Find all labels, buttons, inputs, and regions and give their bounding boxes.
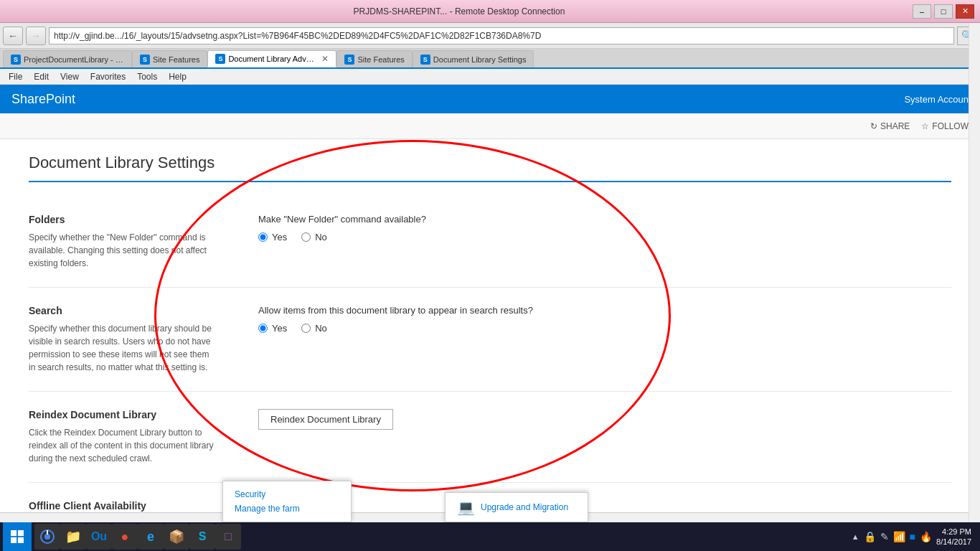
tabs-bar: S ProjectDocumentLibrary - Co... S Site … bbox=[0, 49, 980, 69]
share-button[interactable]: ↻ SHARE bbox=[870, 121, 910, 131]
follow-label: FOLLOW bbox=[932, 121, 969, 131]
reindex-description: Click the Reindex Document Library butto… bbox=[29, 426, 215, 465]
tab-label-5: Document Library Settings bbox=[433, 55, 527, 64]
folders-radio-group: Yes No bbox=[258, 232, 951, 242]
folders-label-col: Folders Specify whether the "New Folder"… bbox=[29, 214, 230, 270]
sharepoint-logo[interactable]: SharePoint bbox=[11, 92, 75, 107]
window-title: PRJDMS-SHAREPINT... - Remote Desktop Con… bbox=[6, 6, 913, 17]
tab-label-1: ProjectDocumentLibrary - Co... bbox=[24, 55, 124, 64]
taskbar-time: 4:29 PM bbox=[936, 527, 971, 537]
tab-icon-2: S bbox=[140, 55, 150, 65]
tab-5[interactable]: S Document Library Settings bbox=[413, 50, 534, 67]
share-label: SHARE bbox=[880, 121, 910, 131]
tab-4[interactable]: S Site Features bbox=[336, 50, 412, 67]
svg-rect-1 bbox=[18, 530, 24, 536]
taskbar-right: ▲ 🔒 ✎ 📶 ■ 🔥 4:29 PM 8/14/2017 bbox=[852, 527, 977, 547]
start-button[interactable] bbox=[3, 522, 32, 551]
follow-icon: ☆ bbox=[921, 121, 929, 131]
reindex-heading: Reindex Document Library bbox=[29, 409, 215, 420]
search-no-label: No bbox=[315, 323, 327, 334]
reindex-control-col: Reindex Document Library bbox=[230, 409, 951, 465]
folders-question: Make "New Folder" command available? bbox=[258, 214, 951, 225]
minimize-button[interactable]: – bbox=[913, 4, 931, 19]
tab-icon-5: S bbox=[420, 55, 430, 65]
search-no-option[interactable]: No bbox=[301, 323, 327, 334]
taskbar-search-icon[interactable]: ● bbox=[112, 524, 138, 550]
svg-rect-0 bbox=[11, 530, 17, 536]
taskbar-ie-icon[interactable]: e bbox=[138, 524, 164, 550]
svg-rect-3 bbox=[18, 537, 24, 543]
taskbar-explorer-icon[interactable]: 📁 bbox=[60, 524, 86, 550]
search-yes-label: Yes bbox=[272, 323, 287, 334]
reindex-section: Reindex Document Library Click the Reind… bbox=[29, 392, 951, 483]
search-control-col: Allow items from this document library t… bbox=[230, 305, 951, 374]
popup-item-upgrade[interactable]: Upgrade and Migration bbox=[481, 502, 568, 512]
taskbar-clock: 4:29 PM 8/14/2017 bbox=[936, 527, 971, 547]
folders-section: Folders Specify whether the "New Folder"… bbox=[29, 197, 951, 288]
user-account[interactable]: System Accoun bbox=[904, 94, 969, 105]
taskbar-skype-icon[interactable]: S bbox=[189, 524, 215, 550]
tab-icon-3: S bbox=[215, 54, 225, 64]
folders-yes-label: Yes bbox=[272, 232, 287, 242]
svg-rect-2 bbox=[11, 537, 17, 543]
search-yes-radio[interactable] bbox=[258, 324, 268, 333]
search-label-col: Search Specify whether this document lib… bbox=[29, 305, 230, 374]
tab-label-3: Document Library Advance... bbox=[228, 55, 316, 63]
main-content: Document Library Settings Folders Specif… bbox=[0, 139, 980, 522]
window-controls: – □ ✕ bbox=[913, 4, 974, 19]
reindex-button[interactable]: Reindex Document Library bbox=[258, 409, 393, 430]
menu-bar: File Edit View Favorites Tools Help bbox=[0, 69, 980, 85]
menu-view[interactable]: View bbox=[55, 70, 85, 83]
sharepoint-header: SharePoint System Accoun bbox=[0, 85, 980, 113]
menu-help[interactable]: Help bbox=[163, 70, 192, 83]
address-bar-area: ← → 🔍 bbox=[0, 23, 980, 49]
tab-2[interactable]: S Site Features bbox=[132, 50, 207, 67]
search-no-radio[interactable] bbox=[301, 324, 311, 333]
address-input[interactable] bbox=[49, 27, 954, 44]
folders-no-option[interactable]: No bbox=[301, 232, 327, 242]
taskbar-vm-icon[interactable]: □ bbox=[215, 524, 241, 550]
scrollbar[interactable] bbox=[969, 23, 980, 522]
search-question: Allow items from this document library t… bbox=[258, 305, 951, 316]
taskbar-chrome-icon[interactable] bbox=[34, 524, 60, 550]
tab-icon-4: S bbox=[344, 55, 354, 65]
maximize-button[interactable]: □ bbox=[934, 4, 953, 19]
menu-file[interactable]: File bbox=[3, 70, 28, 83]
menu-favorites[interactable]: Favorites bbox=[85, 70, 131, 83]
tab-1[interactable]: S ProjectDocumentLibrary - Co... bbox=[3, 50, 132, 67]
search-section: Search Specify whether this document lib… bbox=[29, 288, 951, 392]
search-description: Specify whether this document library sh… bbox=[29, 322, 215, 374]
follow-button[interactable]: ☆ FOLLOW bbox=[921, 121, 969, 131]
popup-item-farm[interactable]: Manage the farm bbox=[235, 501, 339, 516]
search-heading: Search bbox=[29, 305, 215, 316]
windows-logo-icon bbox=[11, 530, 24, 543]
tab-close-3[interactable]: ✕ bbox=[321, 54, 329, 64]
folders-no-radio[interactable] bbox=[301, 232, 311, 242]
search-yes-option[interactable]: Yes bbox=[258, 323, 287, 334]
folders-no-label: No bbox=[315, 232, 327, 242]
window-chrome: PRJDMS-SHAREPINT... - Remote Desktop Con… bbox=[0, 0, 980, 23]
folders-heading: Folders bbox=[29, 214, 215, 225]
menu-edit[interactable]: Edit bbox=[28, 70, 55, 83]
sp-nav-bar: ↻ SHARE ☆ FOLLOW bbox=[0, 113, 980, 139]
taskbar-outlook-icon[interactable]: Ou bbox=[86, 524, 112, 550]
folders-yes-radio[interactable] bbox=[258, 232, 268, 242]
taskbar-date: 8/14/2017 bbox=[936, 537, 971, 547]
tab-3[interactable]: S Document Library Advance... ✕ bbox=[207, 50, 336, 67]
reindex-label-col: Reindex Document Library Click the Reind… bbox=[29, 409, 230, 465]
page-title: Document Library Settings bbox=[29, 154, 951, 182]
taskbar: 📁 Ou ● e 📦 S □ Security Manage the farm … bbox=[0, 522, 980, 551]
taskbar-app5-icon[interactable]: 📦 bbox=[164, 524, 189, 550]
back-button[interactable]: ← bbox=[3, 27, 23, 45]
share-icon: ↻ bbox=[870, 121, 877, 131]
folders-yes-option[interactable]: Yes bbox=[258, 232, 287, 242]
close-button[interactable]: ✕ bbox=[956, 4, 974, 19]
popup-item-security[interactable]: Security bbox=[235, 487, 339, 501]
tab-icon-1: S bbox=[11, 55, 21, 65]
taskbar-popup-upgrade: 💻 Upgrade and Migration bbox=[445, 492, 588, 522]
forward-button[interactable]: → bbox=[26, 27, 46, 45]
folders-control-col: Make "New Folder" command available? Yes… bbox=[230, 214, 951, 270]
tab-label-4: Site Features bbox=[357, 55, 404, 64]
menu-tools[interactable]: Tools bbox=[131, 70, 163, 83]
search-radio-group: Yes No bbox=[258, 323, 951, 334]
